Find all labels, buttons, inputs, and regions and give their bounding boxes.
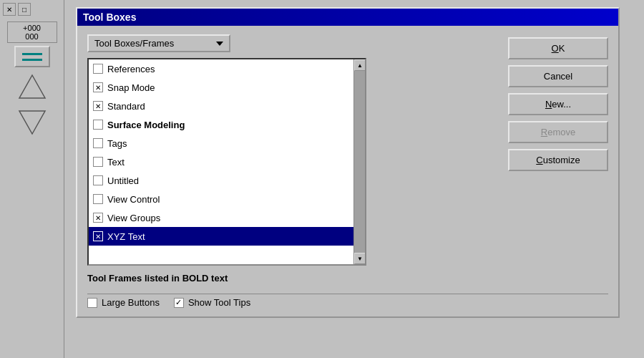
bottom-note: Tool Frames listed in BOLD text [87, 271, 608, 285]
ok-button[interactable]: OK [508, 37, 608, 59]
customize-button[interactable]: Customize [508, 149, 608, 171]
svg-marker-1 [19, 111, 45, 134]
list-item[interactable]: Snap Mode [89, 78, 353, 97]
line-tool-button[interactable] [14, 46, 50, 67]
large-buttons-option[interactable]: Large Buttons [87, 297, 160, 308]
dialog-main-row: Tool Boxes/Frames References Snap Mode [87, 34, 608, 266]
list-item[interactable]: Tags [89, 134, 353, 153]
list-scrollbar[interactable]: ▲ ▼ [353, 59, 365, 264]
dropdown-arrow-icon [216, 42, 223, 46]
list-item[interactable]: View Groups [89, 208, 353, 227]
surface-modeling-checkbox[interactable] [93, 120, 103, 130]
show-tool-tips-checkbox[interactable] [174, 298, 184, 308]
list-item-selected[interactable]: XYZ Text [89, 227, 353, 246]
text-checkbox[interactable] [93, 157, 103, 167]
references-checkbox[interactable] [93, 64, 103, 74]
dropdown-label: Tool Boxes/Frames [94, 38, 174, 49]
list-item[interactable]: References [89, 59, 353, 78]
tool-boxes-dialog: Tool Boxes Tool Boxes/Frames References [76, 7, 620, 318]
arrow-down-button[interactable] [13, 106, 52, 139]
dialog-title: Tool Boxes [83, 11, 136, 23]
close-box-button[interactable]: □ [18, 3, 31, 16]
dropdown-button[interactable]: Tool Boxes/Frames [87, 34, 230, 52]
scroll-track[interactable] [354, 71, 365, 253]
tags-checkbox[interactable] [93, 138, 103, 148]
remove-underline: R [541, 127, 547, 137]
view-groups-checkbox[interactable] [93, 213, 103, 223]
remove-button[interactable]: Remove [508, 121, 608, 143]
list-item[interactable]: Standard [89, 97, 353, 115]
view-control-checkbox[interactable] [93, 194, 103, 204]
scroll-up-button[interactable]: ▲ [354, 59, 366, 71]
customize-underline: C [536, 155, 542, 165]
list-box[interactable]: References Snap Mode Standard Surfa [87, 58, 366, 266]
show-tool-tips-option[interactable]: Show Tool Tips [174, 297, 250, 308]
scroll-down-button[interactable]: ▼ [354, 253, 366, 264]
toolbar-close-row: ✕ □ [0, 3, 31, 16]
dialog-titlebar: Tool Boxes [77, 9, 618, 26]
cancel-button[interactable]: Cancel [508, 65, 608, 87]
list-item[interactable]: Text [89, 153, 353, 171]
list-item[interactable]: Surface Modeling [89, 115, 353, 134]
arrow-up-button[interactable] [13, 70, 52, 103]
new-underline: N [545, 99, 552, 110]
dialog-body: Tool Boxes/Frames References Snap Mode [77, 26, 618, 316]
untitled-checkbox[interactable] [93, 175, 103, 185]
left-toolbar: ✕ □ +000 000 [0, 0, 64, 358]
bottom-options-row: Large Buttons Show Tool Tips [87, 294, 608, 308]
list-item[interactable]: Untitled [89, 171, 353, 190]
list-items-container: References Snap Mode Standard Surfa [89, 59, 353, 264]
svg-marker-0 [19, 75, 45, 98]
large-buttons-checkbox[interactable] [87, 298, 97, 308]
show-tool-tips-label: Show Tool Tips [188, 297, 250, 308]
snap-mode-checkbox[interactable] [93, 82, 103, 92]
right-panel: OK Cancel New... Remove Customize [508, 34, 608, 171]
left-panel: Tool Boxes/Frames References Snap Mode [87, 34, 498, 266]
ok-underline: O [552, 43, 559, 54]
toolbar-numbers: +000 000 [7, 21, 57, 43]
xyz-text-checkbox[interactable] [93, 231, 103, 241]
cancel-label: Cancel [544, 71, 572, 82]
close-x-button[interactable]: ✕ [3, 3, 16, 16]
large-buttons-label: Large Buttons [102, 297, 160, 308]
standard-checkbox[interactable] [93, 101, 103, 111]
list-item[interactable]: View Control [89, 190, 353, 208]
new-button[interactable]: New... [508, 93, 608, 115]
